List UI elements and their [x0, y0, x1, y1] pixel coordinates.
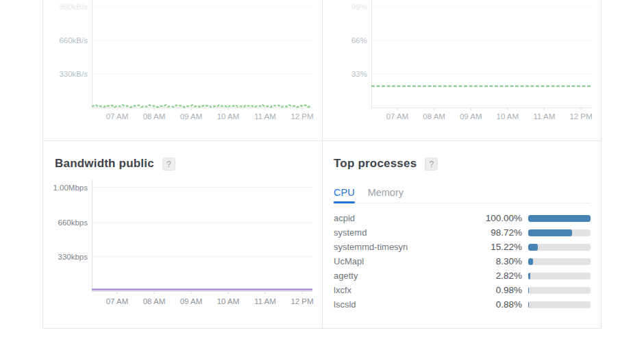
process-tabs: CPU Memory — [334, 187, 404, 198]
bandwidth-public-chart: 1.00Mbps660kbps330kbps07 AM08 AM09 AM10 … — [43, 140, 321, 329]
process-name: agetty — [334, 271, 470, 281]
x-tick-label: 09 AM — [460, 112, 482, 121]
y-tick-label: 660kbps — [58, 218, 88, 227]
process-usage-bar — [528, 229, 591, 236]
process-cpu-value: 98.72% — [470, 227, 522, 238]
x-tick-label: 12 PM — [290, 112, 313, 121]
process-name: acpid — [334, 213, 470, 223]
y-tick-label: 66% — [351, 36, 367, 45]
x-tick-label: 09 AM — [180, 297, 203, 305]
x-tick-label: 10 AM — [496, 112, 519, 121]
x-tick-label: 08 AM — [143, 112, 166, 121]
process-row: UcMapl8.30% — [334, 254, 591, 268]
x-tick-label: 11 AM — [534, 112, 556, 121]
y-tick-label: 99% — [351, 3, 367, 11]
process-usage-bar-fill — [528, 301, 529, 308]
x-tick-label: 08 AM — [143, 297, 166, 305]
process-name: UcMapl — [334, 256, 470, 266]
process-usage-bar-fill — [528, 229, 572, 236]
process-row: lscsld0.88% — [334, 297, 591, 312]
process-usage-bar-fill — [528, 287, 529, 294]
process-row: agetty2.82% — [334, 268, 591, 283]
process-cpu-value: 0.88% — [470, 299, 522, 310]
x-tick-label: 10 AM — [217, 297, 240, 305]
help-icon[interactable]: ? — [425, 158, 438, 171]
process-usage-bar-fill — [528, 273, 530, 279]
series-line — [92, 105, 312, 107]
process-usage-bar-fill — [528, 244, 538, 251]
x-tick-label: 07 AM — [106, 297, 129, 305]
process-list: acpid100.00%systemd98.72%systemmd-timesy… — [334, 211, 591, 312]
x-tick-label: 10 AM — [217, 112, 240, 121]
process-name: systemmd-timesyn — [334, 242, 470, 252]
process-row: acpid100.00% — [334, 211, 591, 225]
process-name: lscsld — [334, 299, 470, 310]
process-usage-bar — [528, 273, 591, 279]
tab-memory[interactable]: Memory — [368, 187, 404, 198]
top-processes-title: Top processes — [334, 157, 417, 171]
cpu-top-chart: 99%66%33%07 AM08 AM09 AM10 AM11 AM12 PM — [322, 0, 601, 140]
process-row: lxcfx0.98% — [334, 283, 591, 297]
tabs-separator — [334, 203, 591, 203]
x-tick-label: 12 PM — [569, 112, 592, 121]
x-tick-label: 11 AM — [254, 297, 276, 305]
process-row: systemmd-timesyn15.22% — [334, 240, 591, 254]
y-tick-label: 660kB/s — [59, 36, 88, 45]
y-tick-label: 330kbps — [58, 253, 88, 261]
x-tick-label: 09 AM — [180, 112, 203, 121]
y-tick-label: 33% — [351, 70, 367, 78]
process-usage-bar — [528, 258, 591, 265]
tab-cpu[interactable]: CPU — [334, 187, 355, 198]
y-tick-label: 330kB/s — [59, 70, 88, 78]
x-tick-label: 12 PM — [290, 297, 313, 305]
process-name: lxcfx — [334, 285, 470, 295]
y-tick-label: 1.00Mbps — [53, 184, 88, 192]
y-tick-label: 990kB/s — [59, 3, 88, 11]
process-usage-bar — [528, 215, 591, 222]
process-usage-bar-fill — [528, 215, 591, 222]
bandwidth-top-chart: 990kB/s660kB/s330kB/s07 AM08 AM09 AM10 A… — [43, 0, 321, 140]
process-cpu-value: 15.22% — [470, 242, 522, 252]
process-cpu-value: 100.00% — [470, 213, 522, 223]
process-usage-bar — [528, 287, 591, 294]
process-row: systemd98.72% — [334, 225, 591, 240]
process-cpu-value: 0.98% — [470, 285, 522, 295]
process-name: systemd — [334, 227, 470, 238]
process-usage-bar-fill — [528, 258, 533, 265]
process-cpu-value: 8.30% — [470, 256, 522, 266]
x-tick-label: 08 AM — [423, 112, 445, 121]
top-processes-header: Top processes ? — [334, 157, 438, 171]
x-tick-label: 07 AM — [386, 112, 409, 121]
x-tick-label: 07 AM — [106, 112, 129, 121]
active-tab-underline — [334, 201, 355, 203]
process-cpu-value: 2.82% — [470, 271, 522, 281]
monitoring-dashboard: 990kB/s660kB/s330kB/s07 AM08 AM09 AM10 A… — [0, 0, 644, 363]
process-usage-bar — [528, 244, 591, 251]
x-tick-label: 11 AM — [254, 112, 276, 121]
process-usage-bar — [528, 301, 591, 308]
